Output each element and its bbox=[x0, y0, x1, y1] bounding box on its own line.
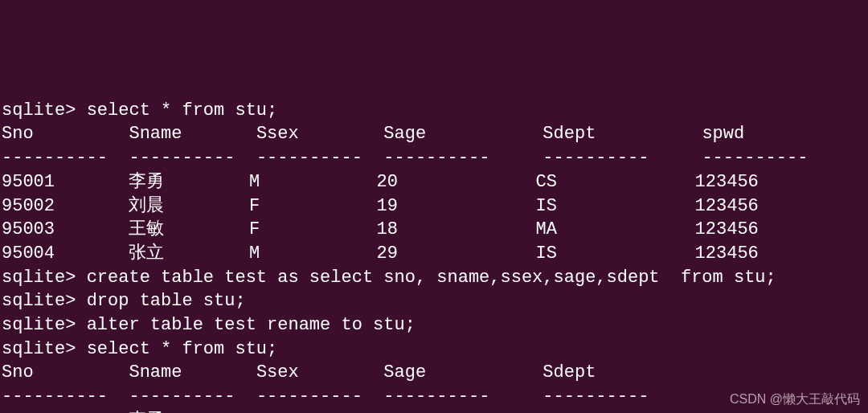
terminal-output: sqlite> select * from stu; Sno Sname Sse… bbox=[2, 99, 866, 413]
separator: ---------- bbox=[129, 148, 235, 168]
cell: 123456 bbox=[695, 243, 759, 264]
sql-command: select * from stu; bbox=[87, 339, 278, 359]
separator: ---------- bbox=[2, 148, 108, 168]
cell: IS bbox=[536, 196, 557, 216]
cell: 123456 bbox=[695, 172, 759, 192]
col-header: Ssex bbox=[256, 124, 299, 144]
separator: ---------- bbox=[256, 386, 362, 407]
col-header: Sno bbox=[2, 362, 34, 382]
col-header: Sage bbox=[383, 362, 426, 382]
prompt: sqlite> bbox=[2, 268, 76, 288]
cell: F bbox=[249, 196, 260, 216]
col-header: Sdept bbox=[542, 124, 596, 144]
cell: IS bbox=[536, 243, 557, 264]
cell: 王敏 bbox=[129, 219, 164, 239]
separator: ---------- bbox=[542, 148, 649, 168]
prompt: sqlite> bbox=[2, 100, 76, 121]
cell: 19 bbox=[377, 196, 398, 216]
col-header: Sname bbox=[129, 124, 182, 144]
sql-command: create table test as select sno, sname,s… bbox=[87, 268, 776, 288]
cell: M bbox=[249, 243, 260, 264]
cell: 123456 bbox=[695, 219, 759, 239]
cell: CS bbox=[536, 172, 557, 192]
col-header: Sno bbox=[2, 124, 34, 144]
sql-command: drop table stu; bbox=[87, 291, 246, 311]
sql-command: alter table test rename to stu; bbox=[87, 315, 416, 335]
cell: 李勇 bbox=[129, 172, 164, 192]
cell: 29 bbox=[377, 243, 398, 264]
col-header: Sdept bbox=[542, 362, 596, 382]
separator: ---------- bbox=[383, 386, 489, 407]
prompt: sqlite> bbox=[2, 339, 76, 359]
cell: 95002 bbox=[2, 196, 55, 216]
separator: ---------- bbox=[383, 148, 489, 168]
cell: M bbox=[249, 172, 260, 192]
separator: ---------- bbox=[129, 386, 235, 407]
cell: 刘晨 bbox=[129, 196, 164, 216]
cell: 95003 bbox=[2, 219, 55, 239]
cell: 95001 bbox=[2, 172, 55, 192]
watermark-text: CSDN @懒大王敲代码 bbox=[730, 391, 860, 408]
cell: 123456 bbox=[695, 196, 759, 216]
separator: ---------- bbox=[542, 386, 649, 407]
cell: 18 bbox=[377, 219, 398, 239]
cell: 张立 bbox=[129, 243, 164, 264]
prompt: sqlite> bbox=[2, 291, 76, 311]
cell: F bbox=[249, 219, 260, 239]
cell: 95004 bbox=[2, 243, 55, 264]
col-header: Ssex bbox=[256, 362, 299, 382]
separator: ---------- bbox=[2, 386, 108, 407]
col-header: Sname bbox=[129, 362, 182, 382]
col-header: Sage bbox=[383, 124, 426, 144]
separator: ---------- bbox=[702, 148, 808, 168]
cell: 20 bbox=[377, 172, 398, 192]
prompt: sqlite> bbox=[2, 315, 76, 335]
separator: ---------- bbox=[256, 148, 362, 168]
col-header: spwd bbox=[702, 124, 744, 144]
cell: MA bbox=[536, 219, 557, 239]
sql-command: select * from stu; bbox=[87, 100, 278, 121]
